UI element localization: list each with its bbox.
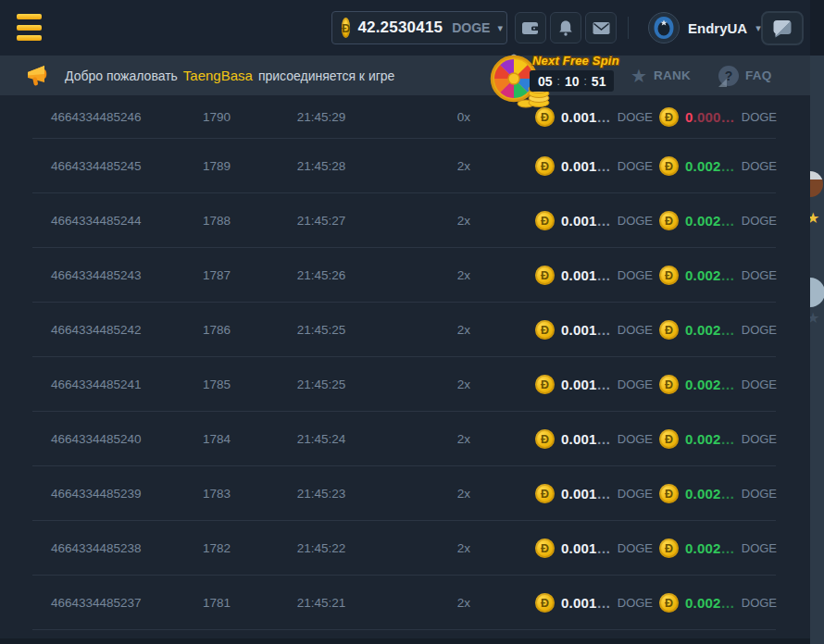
chat-avatar-fragment bbox=[810, 278, 824, 307]
bet-amount-value: 0.001… bbox=[561, 377, 611, 392]
doge-coin-icon: Ð bbox=[659, 156, 679, 176]
bet-time: 21:45:22 bbox=[278, 521, 365, 576]
profit-amount-ellipsis: … bbox=[721, 431, 735, 447]
bet-amount: Ð0.001…DOGE bbox=[535, 412, 653, 466]
profit-amount-ellipsis: … bbox=[721, 377, 735, 392]
doge-coin-icon: Ð bbox=[535, 375, 555, 394]
footer-strip bbox=[0, 638, 810, 644]
profit-amount: Ð0.002…DOGE bbox=[659, 139, 777, 193]
bet-amount-value: 0.001… bbox=[561, 540, 611, 556]
message-prefix: Добро пожаловать bbox=[65, 68, 178, 83]
free-spin-widget[interactable]: Next Free Spin 05 : 10 : 51 bbox=[488, 52, 627, 109]
profit-amount: Ð0.002…DOGE bbox=[659, 303, 777, 357]
table-row[interactable]: 4664334485239178321:45:232xÐ0.001…DOGEÐ0… bbox=[0, 466, 810, 521]
user-menu[interactable]: EndryUA ▾ bbox=[648, 9, 761, 46]
bet-time: 21:45:29 bbox=[278, 95, 365, 139]
profit-amount: Ð0.002…DOGE bbox=[659, 521, 777, 576]
bet-time: 21:45:25 bbox=[278, 303, 365, 357]
messages-button[interactable] bbox=[585, 12, 617, 43]
table-row[interactable]: 4664334485244178821:45:272xÐ0.001…DOGEÐ0… bbox=[0, 193, 810, 248]
bet-amount-ellipsis: … bbox=[597, 540, 611, 556]
profit-amount-main: 0.002 bbox=[685, 322, 721, 338]
bet-amount-value: 0.001… bbox=[561, 322, 611, 338]
profit-amount-main: 0.002 bbox=[685, 377, 721, 392]
wallet-button[interactable] bbox=[515, 12, 546, 43]
profit-amount: Ð0.002…DOGE bbox=[659, 576, 777, 630]
doge-coin-icon: Ð bbox=[342, 18, 350, 38]
balance-currency: DOGE bbox=[452, 20, 490, 35]
bet-amount-main: 0.001 bbox=[561, 595, 597, 611]
roll-number: 1785 bbox=[180, 357, 254, 412]
profit-amount-currency: DOGE bbox=[742, 487, 777, 501]
bet-id: 4664334485243 bbox=[51, 248, 142, 303]
bet-id: 4664334485238 bbox=[51, 521, 142, 576]
star-icon: ★ bbox=[630, 67, 647, 85]
bet-amount: Ð0.001…DOGE bbox=[535, 521, 653, 576]
table-row[interactable]: 4664334485243178721:45:262xÐ0.001…DOGEÐ0… bbox=[0, 248, 810, 303]
table-row[interactable]: 4664334485242178621:45:252xÐ0.001…DOGEÐ0… bbox=[0, 303, 810, 357]
profit-amount-value: 0.000… bbox=[685, 109, 735, 125]
profit-amount-main: 0 bbox=[685, 109, 693, 125]
profit-amount-value: 0.002… bbox=[685, 540, 735, 556]
doge-coin-icon: Ð bbox=[535, 156, 555, 176]
bet-amount: Ð0.001…DOGE bbox=[535, 576, 653, 630]
table-row[interactable]: 4664334485241178521:45:252xÐ0.001…DOGEÐ0… bbox=[0, 357, 810, 412]
bet-time: 21:45:28 bbox=[278, 139, 365, 193]
bet-id: 4664334485239 bbox=[51, 466, 142, 521]
doge-coin-icon: Ð bbox=[659, 429, 679, 449]
multiplier: 2x bbox=[434, 139, 493, 193]
bet-amount-main: 0.001 bbox=[561, 109, 597, 125]
table-row[interactable]: 4664334485240178421:45:242xÐ0.001…DOGEÐ0… bbox=[0, 412, 810, 466]
profit-amount-value: 0.002… bbox=[685, 377, 735, 392]
profit-amount-value: 0.002… bbox=[685, 213, 735, 229]
profit-amount-main: 0.002 bbox=[685, 431, 721, 447]
bet-amount-value: 0.001… bbox=[561, 486, 611, 502]
timer-separator: : bbox=[557, 75, 560, 88]
chat-star-icon: ★ bbox=[810, 311, 819, 326]
profit-amount-value: 0.002… bbox=[685, 267, 735, 283]
balance-selector[interactable]: Ð 42.2530415 DOGE ▾ bbox=[331, 11, 507, 44]
topbar-corner bbox=[810, 0, 824, 56]
roll-number: 1783 bbox=[180, 466, 254, 521]
doge-coin-icon: Ð bbox=[535, 266, 555, 285]
profit-amount-currency: DOGE bbox=[742, 541, 777, 555]
table-row[interactable]: 4664334485245178921:45:282xÐ0.001…DOGEÐ0… bbox=[0, 139, 810, 193]
notifications-button[interactable] bbox=[550, 12, 581, 43]
bet-amount-main: 0.001 bbox=[561, 486, 597, 502]
bet-time: 21:45:24 bbox=[278, 412, 365, 466]
bet-amount-ellipsis: … bbox=[597, 431, 611, 447]
chevron-down-icon: ▾ bbox=[497, 22, 503, 34]
roll-number: 1790 bbox=[180, 95, 254, 139]
profit-amount-ellipsis: … bbox=[721, 595, 735, 611]
menu-bar-icon bbox=[17, 35, 42, 41]
roll-number: 1788 bbox=[180, 193, 254, 248]
hamburger-menu-button[interactable] bbox=[17, 14, 42, 41]
profit-amount-value: 0.002… bbox=[685, 486, 735, 502]
bet-amount-ellipsis: … bbox=[597, 595, 611, 611]
doge-coin-icon: Ð bbox=[535, 107, 555, 127]
multiplier: 2x bbox=[434, 466, 493, 521]
doge-coin-icon: Ð bbox=[659, 107, 679, 127]
bet-amount-value: 0.001… bbox=[561, 109, 611, 125]
table-row[interactable]: 4664334485237178121:45:212xÐ0.001…DOGEÐ0… bbox=[0, 576, 810, 630]
bet-amount-currency: DOGE bbox=[618, 378, 653, 391]
bet-amount-main: 0.001 bbox=[561, 377, 597, 392]
faq-link[interactable]: ? FAQ bbox=[718, 56, 772, 95]
multiplier: 2x bbox=[434, 357, 493, 412]
profit-amount-currency: DOGE bbox=[742, 214, 777, 228]
multiplier: 2x bbox=[434, 303, 493, 357]
bet-amount-ellipsis: … bbox=[597, 213, 611, 229]
chevron-down-icon: ▾ bbox=[755, 22, 761, 34]
bet-id: 4664334485241 bbox=[51, 357, 142, 412]
bet-amount-value: 0.001… bbox=[561, 267, 611, 283]
bet-amount-ellipsis: … bbox=[597, 377, 611, 392]
rank-link[interactable]: ★ RANK bbox=[630, 56, 691, 95]
bet-amount-currency: DOGE bbox=[618, 596, 653, 610]
table-row[interactable]: 4664334485238178221:45:222xÐ0.001…DOGEÐ0… bbox=[0, 521, 810, 576]
table-row[interactable]: 4664334485246179021:45:290xÐ0.001…DOGEÐ0… bbox=[0, 95, 810, 139]
profit-amount-currency: DOGE bbox=[742, 432, 777, 446]
chat-toggle-button[interactable] bbox=[761, 11, 804, 45]
bet-time: 21:45:21 bbox=[278, 576, 365, 630]
profit-amount: Ð0.002…DOGE bbox=[659, 466, 777, 521]
doge-coin-icon: Ð bbox=[659, 211, 679, 230]
